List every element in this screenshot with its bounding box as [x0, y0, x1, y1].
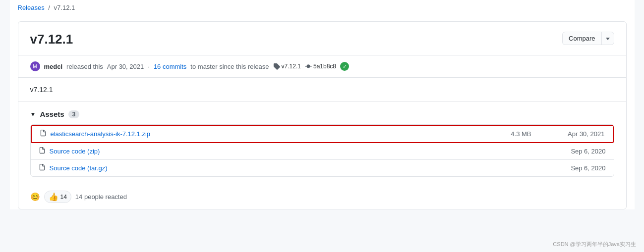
- release-meta: M medcl released this Apr 30, 2021 · 16 …: [18, 55, 626, 78]
- asset-name-1[interactable]: elasticsearch-analysis-ik-7.12.1.zip: [51, 130, 468, 138]
- tag-icon: [273, 63, 280, 70]
- compare-button[interactable]: Compare: [562, 32, 614, 45]
- release-header: v7.12.1 Compare: [18, 22, 626, 55]
- asset-row-3: Source code (tar.gz) Sep 6, 2020: [31, 160, 614, 176]
- asset-icon-2: [39, 147, 46, 155]
- thumbsup-icon: 👍: [49, 192, 59, 202]
- thumbsup-count: 14: [60, 194, 67, 201]
- smiley-icon[interactable]: 😊: [30, 192, 40, 202]
- commits-suffix: to master since this release: [190, 63, 269, 70]
- release-container: v7.12.1 Compare M medcl released this Ap…: [18, 21, 627, 209]
- reactions-text: 14 people reacted: [75, 193, 127, 201]
- asset-date-1: Apr 30, 2021: [555, 130, 605, 138]
- thumbsup-reaction[interactable]: 👍 14: [44, 191, 71, 203]
- breadcrumb: Releases / v7.12.1: [10, 0, 635, 15]
- asset-row-1: elasticsearch-analysis-ik-7.12.1.zip 4.3…: [31, 125, 614, 143]
- commit-icon: [305, 63, 312, 70]
- tag-icon-area: v7.12.1: [273, 63, 301, 70]
- tag-label: v7.12.1: [282, 63, 301, 70]
- commit-label: 5a1b8c8: [313, 63, 336, 70]
- assets-list: elasticsearch-analysis-ik-7.12.1.zip 4.3…: [30, 124, 614, 177]
- asset-size-1: 4.3 MB: [492, 130, 531, 138]
- releases-link[interactable]: Releases: [18, 4, 45, 11]
- assets-section: ▼ Assets 3 elasticsearch-analysis-ik-7.1…: [18, 102, 626, 185]
- asset-name-2[interactable]: Source code (zip): [50, 148, 469, 155]
- asset-row-2: Source code (zip) Sep 6, 2020: [31, 143, 614, 160]
- compare-button-label: Compare: [563, 32, 601, 45]
- asset-date-2: Sep 6, 2020: [556, 148, 606, 155]
- asset-name-3[interactable]: Source code (tar.gz): [50, 164, 469, 172]
- release-title: v7.12.1: [30, 32, 73, 47]
- breadcrumb-separator: /: [48, 4, 50, 11]
- breadcrumb-current: v7.12.1: [54, 4, 75, 11]
- release-body: v7.12.1: [18, 78, 626, 102]
- meta-separator: ·: [148, 63, 150, 70]
- avatar: M: [30, 61, 40, 71]
- reactions-row: 😊 👍 14 14 people reacted: [18, 185, 626, 209]
- assets-header: ▼ Assets 3: [30, 110, 614, 118]
- verified-icon: ✓: [340, 62, 349, 71]
- commits-link[interactable]: 16 commits: [154, 63, 186, 70]
- asset-date-3: Sep 6, 2020: [556, 164, 606, 172]
- compare-button-arrow-icon: [602, 33, 614, 44]
- assets-count-badge: 3: [68, 110, 80, 118]
- released-text: released this: [66, 63, 103, 70]
- assets-toggle-icon[interactable]: ▼: [30, 111, 36, 118]
- asset-icon-3: [39, 164, 46, 172]
- author-name[interactable]: medcl: [44, 63, 63, 70]
- release-body-text: v7.12.1: [30, 86, 614, 94]
- page-wrapper: Releases / v7.12.1 v7.12.1 Compare M med…: [10, 0, 635, 209]
- chevron-down-icon: [606, 38, 610, 40]
- commit-icon-area: 5a1b8c8: [305, 63, 336, 70]
- released-date: Apr 30, 2021: [107, 63, 144, 70]
- asset-icon-1: [40, 130, 47, 138]
- assets-label: Assets: [40, 110, 64, 118]
